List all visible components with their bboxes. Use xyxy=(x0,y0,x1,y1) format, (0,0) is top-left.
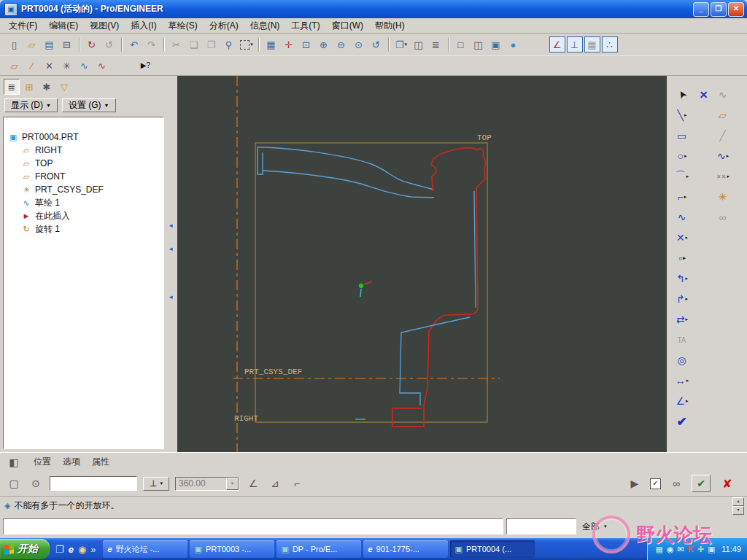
dim-display-toggle[interactable]: ∠ xyxy=(549,36,565,52)
line-tool[interactable]: ╲▸ xyxy=(670,106,694,124)
show-menu-button[interactable]: 显示 (D) ▼ xyxy=(4,98,58,112)
paste-icon[interactable]: ❐ xyxy=(204,36,220,52)
task-forum[interactable]: e 野火论坛 -... xyxy=(103,540,187,558)
view-manager-icon[interactable]: ◫ xyxy=(411,36,427,52)
layers-icon[interactable]: ≣ xyxy=(428,36,444,52)
sketch-blue-lip[interactable] xyxy=(258,147,267,174)
dimension-tool[interactable]: ↔▸ xyxy=(670,372,694,389)
tree-item-revolve1[interactable]: ↻ 旋转 1 xyxy=(4,222,163,236)
angle-combobox[interactable]: 360.00 ▾ xyxy=(175,477,239,491)
new-file-icon[interactable]: ▯ xyxy=(7,36,23,52)
points-tool[interactable]: ✕✕▸ xyxy=(713,168,732,185)
regenerate-icon[interactable]: ↻ xyxy=(84,36,100,52)
repaint-icon[interactable]: ↺ xyxy=(368,36,384,52)
model-tree[interactable]: ▣ PRT0004.PRT ▱ RIGHT ▱ TOP ▱ FRONT xyxy=(3,117,164,449)
spline-tool[interactable]: ∿ xyxy=(670,209,694,226)
scroll-up-icon[interactable]: ▴ xyxy=(732,497,744,506)
tree-item-insert-here[interactable]: ► 在此插入 xyxy=(4,209,163,222)
datum-point-tool[interactable]: ✕ xyxy=(42,58,58,74)
tab-placement[interactable]: 位置 xyxy=(34,456,51,468)
palette-tool[interactable]: ◎ xyxy=(670,351,694,369)
undo-icon[interactable]: ↶ xyxy=(126,36,142,52)
folder-browser-tab[interactable]: ⊞ xyxy=(21,79,37,95)
update-icon[interactable]: ✚ xyxy=(697,545,704,554)
search-icon[interactable]: ⚲ xyxy=(221,36,237,52)
csys-tool[interactable]: ▫▸ xyxy=(670,249,694,267)
chevron-icon[interactable]: » xyxy=(90,544,96,555)
sash-arrow-icon[interactable]: ◂ xyxy=(169,245,173,252)
chain-tool[interactable]: ∞ xyxy=(713,209,732,226)
copy-icon[interactable]: ❏ xyxy=(186,36,202,52)
maximize-button[interactable]: ❐ xyxy=(711,2,727,17)
verify-glasses-icon[interactable]: ∞ xyxy=(668,478,684,489)
ime-icon[interactable]: ▦ xyxy=(655,545,662,554)
antivirus-icon[interactable]: K xyxy=(688,545,694,553)
grid-display-toggle[interactable]: ▦ xyxy=(584,36,600,52)
tree-item-right[interactable]: ▱ RIGHT xyxy=(4,144,163,157)
pattern-tool[interactable]: ✳ xyxy=(713,188,732,206)
tree-item-prt0004[interactable]: ▣ PRT0004.PRT xyxy=(4,131,163,144)
datum-axis-tool[interactable]: ∕ xyxy=(24,58,40,74)
menu-item[interactable]: 信息(N) xyxy=(244,18,286,34)
ok-button[interactable]: ✔ xyxy=(692,475,711,492)
start-button[interactable]: 开始 xyxy=(0,539,50,559)
model-tree-tab[interactable]: ≣ xyxy=(4,79,20,95)
modify-tool[interactable]: ∠▸ xyxy=(670,392,694,410)
panel-sash[interactable]: ◂ ◂ ◂ xyxy=(168,76,178,452)
sketch-red-profile[interactable] xyxy=(392,148,485,427)
mail-icon[interactable]: ✉ xyxy=(677,545,684,554)
sketch-blue-lower-wall[interactable] xyxy=(400,317,470,405)
task-prt0004[interactable]: ▣ PRT0004 (... xyxy=(450,540,535,558)
select-rect-icon[interactable]: ▾ xyxy=(239,36,255,52)
text-tool[interactable]: TA xyxy=(670,331,694,349)
wireframe-display-icon[interactable]: □ xyxy=(453,36,469,52)
scroll-down-icon[interactable]: ▾ xyxy=(732,506,744,515)
close-button[interactable]: ✕ xyxy=(728,2,744,17)
rectangle-tool[interactable]: ▭ xyxy=(670,127,694,144)
construction-line-tool[interactable]: ╱ xyxy=(713,127,732,144)
done-button[interactable]: ✔ xyxy=(670,413,694,430)
select-tool[interactable]: ➤ xyxy=(670,86,694,104)
menu-item[interactable]: 窗口(W) xyxy=(326,18,369,34)
fillet-tool[interactable]: ⌐▸ xyxy=(670,188,694,206)
zoom-out-icon[interactable]: ⊖ xyxy=(333,36,349,52)
save-file-icon[interactable]: ▤ xyxy=(42,36,58,52)
refit-icon[interactable]: ⊙ xyxy=(351,36,367,52)
menu-item[interactable]: 视图(V) xyxy=(84,18,125,34)
settings-menu-button[interactable]: 设置 (G) ▼ xyxy=(62,98,116,112)
resume-icon[interactable]: ▶ xyxy=(627,478,643,489)
open-file-icon[interactable]: ▱ xyxy=(24,36,40,52)
shaded-display-icon[interactable]: ▣ xyxy=(488,36,504,52)
sketch-datum-plane-tool[interactable]: ▱ xyxy=(713,106,732,124)
cancel-button[interactable]: ✘ xyxy=(718,475,737,492)
tab-properties[interactable]: 属性 xyxy=(92,456,109,468)
graphics-area[interactable]: TOP PRT_CSYS_DEF RIGHT xyxy=(177,76,667,452)
vertex-display-toggle[interactable]: ∴ xyxy=(602,36,618,52)
preview-checkbox[interactable]: ✓ xyxy=(650,478,661,489)
menu-item[interactable]: 插入(I) xyxy=(125,18,162,34)
task-prt0003[interactable]: ▣ PRT0003 -... xyxy=(190,540,274,558)
menu-item[interactable]: 工具(T) xyxy=(285,18,325,34)
media-player-icon[interactable]: ◉ xyxy=(78,544,86,555)
tree-item-csys[interactable]: ✳ PRT_CSYS_DEF xyxy=(4,183,163,196)
material-side-icon[interactable]: ⌐ xyxy=(289,478,305,489)
sketch-grid-icon[interactable]: ▦ xyxy=(263,36,279,52)
datum-plane-tool[interactable]: ▱ xyxy=(7,58,23,74)
task-dp-proe[interactable]: ▣ DP - Pro/E... xyxy=(276,540,361,558)
minimize-button[interactable]: _ xyxy=(693,2,709,17)
style-tool-icon[interactable]: ∿ xyxy=(94,58,110,74)
conic-tool[interactable]: ∿▸ xyxy=(713,147,732,165)
angle-option-icon[interactable]: ∠ xyxy=(245,478,261,489)
circle-tool[interactable]: ○▸ xyxy=(670,147,694,165)
zoom-in-icon[interactable]: ⊕ xyxy=(316,36,332,52)
tab-options[interactable]: 选项 xyxy=(63,456,80,468)
sash-arrow-icon[interactable]: ◂ xyxy=(169,222,173,229)
menu-item[interactable]: 文件(F) xyxy=(3,18,43,34)
tree-item-sketch1[interactable]: ∿ 草绘 1 xyxy=(4,196,163,209)
sketch-tool-icon[interactable]: ∿ xyxy=(77,58,93,74)
menu-item[interactable]: 帮助(H) xyxy=(369,18,411,34)
print-icon[interactable]: ⊟ xyxy=(59,36,75,52)
orient-mode-icon[interactable]: ⊡ xyxy=(298,36,314,52)
sketch-blue-flange-outer[interactable] xyxy=(267,147,434,190)
sash-arrow-icon[interactable]: ◂ xyxy=(169,293,173,300)
